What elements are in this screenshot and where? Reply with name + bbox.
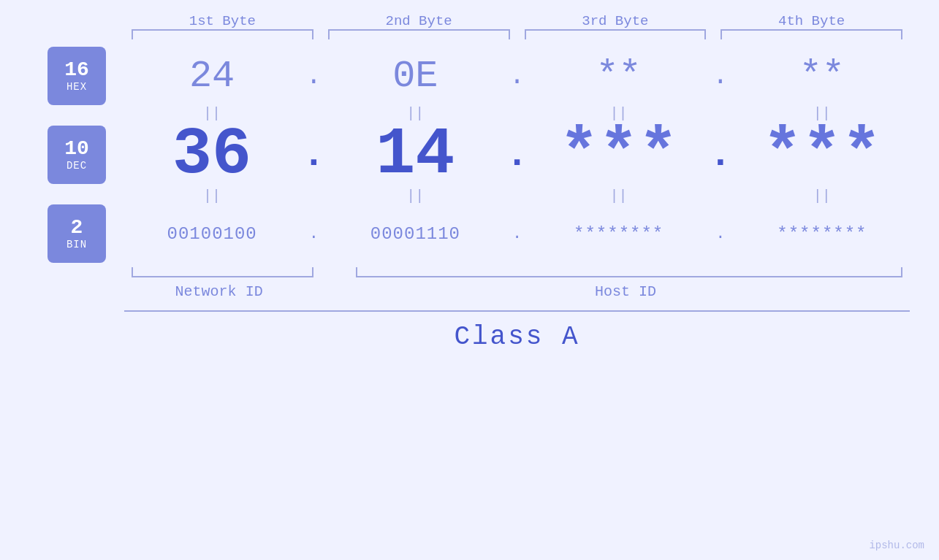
dec-values: 36 . 14 . *** . *** xyxy=(124,122,910,188)
id-labels-row: Network ID Host ID xyxy=(124,283,910,300)
watermark: ipshu.com xyxy=(869,540,924,551)
dec-byte2: 14 xyxy=(327,122,503,188)
byte2-label: 2nd Byte xyxy=(321,13,517,29)
eq2-sep2 xyxy=(503,188,531,204)
eq2-sep1 xyxy=(300,188,327,204)
dec-byte2-val: 14 xyxy=(376,118,455,192)
bracket-byte3 xyxy=(517,29,714,39)
bin-byte2-val: 00001110 xyxy=(370,224,460,244)
byte-labels-row: 1st Byte 2nd Byte 3rd Byte 4th Byte xyxy=(124,13,910,29)
dec-row: 10 DEC 36 . 14 . *** xyxy=(29,122,910,188)
bin-values: 00100100 . 00001110 . ******** . xyxy=(124,224,910,244)
dec-byte1: 36 xyxy=(124,122,300,188)
bin-byte1-val: 00100100 xyxy=(167,224,257,244)
main-layout: 1st Byte 2nd Byte 3rd Byte 4th Byte 16 H… xyxy=(0,0,939,352)
hex-badge-number: 16 xyxy=(64,59,89,82)
hex-byte3: ** xyxy=(531,55,707,98)
eq2-b2: || xyxy=(327,188,503,204)
hex-badge-label: HEX xyxy=(66,81,87,93)
bracket-byte2 xyxy=(321,29,517,39)
hex-byte2-val: 0E xyxy=(392,55,438,98)
hex-byte1-val: 24 xyxy=(189,55,235,98)
dec-byte3: *** xyxy=(531,122,707,188)
dec-badge: 10 DEC xyxy=(47,126,106,184)
dec-sep1: . xyxy=(300,134,327,177)
class-hr xyxy=(124,310,910,312)
dec-byte4-val: *** xyxy=(763,118,881,192)
hex-byte2: 0E xyxy=(327,55,503,98)
hex-byte1: 24 xyxy=(124,55,300,98)
hex-byte3-val: ** xyxy=(596,55,641,98)
bracket-byte4 xyxy=(713,29,910,39)
dec-byte1-val: 36 xyxy=(172,118,251,192)
eq-row-2: || || || || xyxy=(124,188,910,204)
byte4-label: 4th Byte xyxy=(713,13,910,29)
dec-byte4: *** xyxy=(734,122,910,188)
hex-sep1: . xyxy=(300,61,327,91)
bottom-section: Network ID Host ID xyxy=(124,267,910,300)
eq2-b3: || xyxy=(531,188,707,204)
eq1-sep3 xyxy=(707,105,734,122)
host-bracket-cell xyxy=(349,267,910,277)
hex-sep2: . xyxy=(503,61,531,91)
bracket-byte1 xyxy=(124,29,321,39)
bin-byte4: ******** xyxy=(734,224,910,244)
bin-badge-wrapper: 2 BIN xyxy=(29,204,124,263)
hex-row: 16 HEX 24 . 0E . ** xyxy=(29,47,910,105)
eq2-sep3 xyxy=(707,188,734,204)
hex-values: 24 . 0E . ** . ** xyxy=(124,55,910,98)
mid-sep xyxy=(321,267,349,277)
dec-badge-number: 10 xyxy=(64,138,89,161)
bin-byte4-val: ******** xyxy=(777,224,867,244)
eq1-sep1 xyxy=(300,105,327,122)
bin-row: 2 BIN 00100100 . 00001110 . ******** xyxy=(29,204,910,263)
eq2-b1: || xyxy=(124,188,300,204)
eq2-b4: || xyxy=(734,188,910,204)
bin-byte3-val: ******** xyxy=(574,224,664,244)
dec-badge-label: DEC xyxy=(66,160,87,172)
bin-badge: 2 BIN xyxy=(47,204,106,263)
host-id-label: Host ID xyxy=(341,283,910,300)
bin-sep3: . xyxy=(707,225,734,243)
hex-badge-wrapper: 16 HEX xyxy=(29,47,124,105)
top-brackets-row xyxy=(124,29,910,39)
network-id-label: Network ID xyxy=(124,283,313,300)
net-bracket xyxy=(132,267,313,277)
bin-sep2: . xyxy=(503,225,531,243)
bin-byte1: 00100100 xyxy=(124,224,300,244)
hex-byte4-val: ** xyxy=(799,55,845,98)
host-bracket xyxy=(356,267,902,277)
label-sep xyxy=(313,283,341,300)
dec-badge-wrapper: 10 DEC xyxy=(29,126,124,184)
dec-byte3-val: *** xyxy=(560,118,678,192)
net-bracket-cell xyxy=(124,267,321,277)
hex-badge: 16 HEX xyxy=(47,47,106,105)
byte3-label: 3rd Byte xyxy=(517,13,714,29)
bin-sep1: . xyxy=(300,225,327,243)
dec-sep3: . xyxy=(707,134,734,177)
class-section: Class A xyxy=(124,310,910,352)
bin-byte2: 00001110 xyxy=(327,224,503,244)
bottom-brackets xyxy=(124,267,910,277)
hex-byte4: ** xyxy=(734,55,910,98)
class-label: Class A xyxy=(124,322,910,352)
bin-badge-label: BIN xyxy=(66,239,87,250)
byte1-label: 1st Byte xyxy=(124,13,321,29)
data-section: 16 HEX 24 . 0E . ** xyxy=(29,47,910,263)
hex-sep3: . xyxy=(707,61,734,91)
bin-badge-number: 2 xyxy=(71,217,83,239)
eq1-sep2 xyxy=(503,105,531,122)
bin-byte3: ******** xyxy=(531,224,707,244)
dec-sep2: . xyxy=(503,134,531,177)
